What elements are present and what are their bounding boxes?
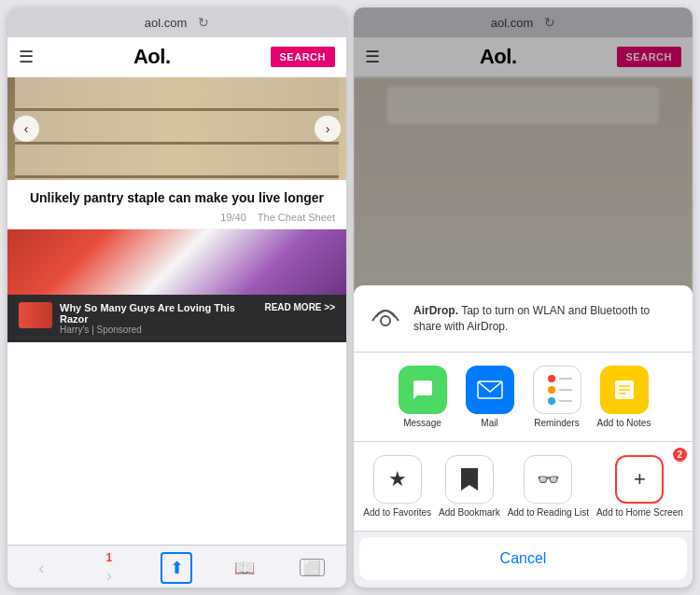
share-action-mail[interactable]: Mail xyxy=(460,366,520,428)
notes-icon xyxy=(600,366,649,414)
bookmarks-icon-left: 📖 xyxy=(234,560,255,576)
share-action-reminders[interactable]: Reminders xyxy=(527,366,587,428)
cancel-label: Cancel xyxy=(500,550,547,566)
search-button-left[interactable]: SEARCH xyxy=(271,47,335,67)
notes-label: Add to Notes xyxy=(597,418,651,428)
reload-icon-left[interactable]: ↻ xyxy=(198,15,209,30)
mail-label: Mail xyxy=(481,418,497,428)
step2-badge: 2 xyxy=(673,448,687,462)
carousel-next-left[interactable]: › xyxy=(315,116,341,142)
airdrop-icon xyxy=(369,298,402,339)
airdrop-title: AirDrop. xyxy=(413,304,458,317)
bottom-bar-left: ‹ 1 › ⬆ 📖 ⬜ xyxy=(7,545,346,588)
reading-list-label: Add to Reading List xyxy=(508,507,589,518)
ad-sub-left: Harry's | Sponsored xyxy=(60,325,257,335)
share-actions-row1: Message Mail xyxy=(354,353,693,442)
message-label: Message xyxy=(403,418,441,428)
aol-logo-left: Aol. xyxy=(133,45,171,69)
address-bar-left: aol.com ↻ xyxy=(7,7,346,37)
article-card-left: Unlikely pantry staple can make you live… xyxy=(7,180,346,229)
address-text-left: aol.com xyxy=(145,16,188,30)
share-icon-left: ⬆ xyxy=(170,560,184,576)
bookmarks-button-left[interactable]: 📖 xyxy=(228,560,261,576)
share-actions-row2: ★ Add to Favorites Add Bookmark xyxy=(354,442,693,532)
back-button-left[interactable]: ‹ xyxy=(24,560,58,576)
share-button-left[interactable]: ⬆ xyxy=(160,560,193,576)
article-meta-left: 19/40 The Cheat Sheet xyxy=(19,212,335,223)
shelf-visual xyxy=(15,77,339,180)
tabs-button-left[interactable]: ⬜ xyxy=(296,559,329,576)
favorites-icon: ★ xyxy=(373,455,422,504)
more-action-reading[interactable]: 👓 Add to Reading List xyxy=(508,455,589,518)
svg-point-0 xyxy=(381,316,390,325)
cancel-row[interactable]: Cancel xyxy=(359,537,687,580)
bottom-bar-wrapper-left: ‹ 1 › ⬆ 📖 ⬜ xyxy=(7,545,346,588)
reading-list-icon: 👓 xyxy=(524,455,572,504)
hero-image-left: ‹ › xyxy=(7,77,346,180)
reminders-icon xyxy=(533,366,581,414)
article-source-left: The Cheat Sheet xyxy=(258,212,335,223)
mail-icon xyxy=(466,366,514,414)
tabs-icon-left: ⬜ xyxy=(300,559,325,576)
ad-banner-left: Why So Many Guys Are Loving This Razor H… xyxy=(7,295,346,342)
forward-button-left[interactable]: 1 › xyxy=(92,551,126,584)
favorites-label: Add to Favorites xyxy=(363,507,431,518)
bookmark-icon xyxy=(445,455,494,504)
image-strip-left xyxy=(7,229,346,295)
airdrop-text: AirDrop. Tap to turn on WLAN and Bluetoo… xyxy=(413,303,678,335)
homescreen-icon: + xyxy=(615,455,664,504)
hamburger-icon-left[interactable]: ☰ xyxy=(19,48,34,65)
ad-image-left xyxy=(19,302,52,328)
more-action-favorites[interactable]: ★ Add to Favorites xyxy=(363,455,431,518)
ad-read-more-left: READ MORE >> xyxy=(264,302,335,312)
aol-header-left: ☰ Aol. SEARCH xyxy=(7,37,346,77)
share-sheet: AirDrop. Tap to turn on WLAN and Bluetoo… xyxy=(354,7,693,588)
share-action-message[interactable]: Message xyxy=(393,366,453,428)
more-action-bookmark[interactable]: Add Bookmark xyxy=(439,455,500,518)
bookmark-label: Add Bookmark xyxy=(439,507,500,518)
homescreen-label: Add to Home Screen xyxy=(596,507,683,518)
share-sheet-content: AirDrop. Tap to turn on WLAN and Bluetoo… xyxy=(354,285,693,588)
carousel-prev-left[interactable]: ‹ xyxy=(13,116,39,142)
left-phone: aol.com ↻ ☰ Aol. SEARCH ‹ › Unlikely pan… xyxy=(7,7,346,588)
more-action-homescreen[interactable]: 2 + Add to Home Screen xyxy=(596,455,683,518)
reminders-label: Reminders xyxy=(534,418,579,428)
article-title-left: Unlikely pantry staple can make you live… xyxy=(19,189,335,208)
image-strip-inner xyxy=(7,229,346,295)
bottom-spacer xyxy=(354,580,693,588)
back-icon-left: ‹ xyxy=(38,560,44,576)
ad-title-left: Why So Many Guys Are Loving This Razor xyxy=(60,302,257,325)
airdrop-row: AirDrop. Tap to turn on WLAN and Bluetoo… xyxy=(354,285,693,353)
forward-icon-left: › xyxy=(106,567,112,584)
article-counter-left: 19/40 xyxy=(220,212,246,223)
share-action-notes[interactable]: Add to Notes xyxy=(595,366,654,428)
step1-badge: 1 xyxy=(106,551,113,564)
right-phone: aol.com ↻ ☰ Aol. SEARCH xyxy=(354,7,693,588)
message-icon xyxy=(399,366,447,414)
ad-text-left: Why So Many Guys Are Loving This Razor H… xyxy=(60,302,257,335)
